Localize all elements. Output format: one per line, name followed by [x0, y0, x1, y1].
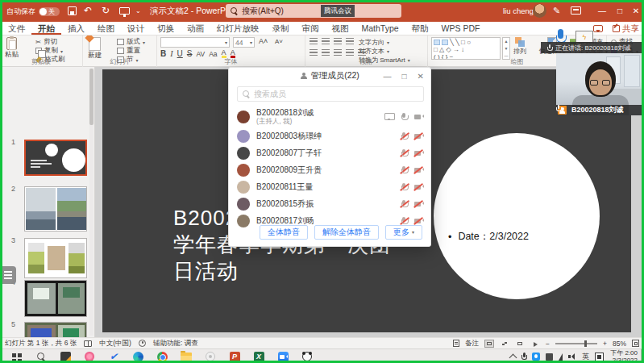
slideshow-view-button[interactable] — [530, 340, 540, 348]
tray-device-icon[interactable] — [546, 353, 553, 361]
zoom-knob[interactable] — [584, 340, 587, 347]
align-center-button[interactable] — [322, 49, 330, 56]
fit-slide-icon[interactable] — [632, 340, 639, 347]
unmute-all-button[interactable]: 解除全体静音 — [314, 225, 379, 240]
mic-icon[interactable] — [401, 113, 407, 121]
camera-icon[interactable] — [414, 184, 424, 190]
character-spacing-button[interactable]: AV — [196, 50, 205, 58]
shapes-gallery[interactable]: ╲ ╲ □ ○ □ △ ◇ → ↓ ( ) { } ~ — [431, 37, 501, 60]
accessibility-status[interactable]: 辅助功能: 调查 — [153, 339, 198, 348]
zoom-slider[interactable] — [555, 343, 597, 344]
numbering-button[interactable] — [322, 38, 330, 45]
member-row[interactable]: B20020815乔振 — [229, 195, 432, 212]
share-button[interactable]: 共享 — [613, 23, 639, 35]
zoom-out-button[interactable]: − — [546, 340, 550, 348]
tray-mic-icon[interactable] — [521, 353, 526, 361]
minimize-button[interactable]: — — [594, 0, 610, 22]
ribbon-tab[interactable]: WPS PDF — [435, 22, 487, 35]
network-icon[interactable] — [559, 353, 563, 361]
meeting-video-window[interactable]: B20020818刘诚 — [556, 53, 644, 115]
ribbon-tab[interactable]: 插入 — [61, 22, 91, 35]
camera-icon[interactable] — [414, 133, 424, 140]
recent-shape-cell[interactable] — [442, 40, 448, 45]
ribbon-tab[interactable]: 录制 — [266, 22, 296, 35]
cut-button[interactable]: ✂剪切 — [35, 38, 65, 46]
slide-date[interactable]: • Date：2/3/2022 — [448, 230, 529, 244]
shrink-font-button[interactable]: A˅ — [275, 38, 283, 45]
camera-icon[interactable] — [414, 218, 424, 224]
align-right-button[interactable] — [334, 49, 342, 56]
taskbar-app-icon[interactable] — [295, 349, 319, 363]
taskbar-app-icon[interactable] — [77, 349, 102, 363]
meeting-panel-handle[interactable] — [0, 266, 16, 284]
spellcheck-icon[interactable] — [84, 340, 92, 347]
ribbon-tab[interactable]: 绘图 — [91, 22, 121, 35]
slide-thumbnail-3[interactable] — [24, 238, 87, 278]
increase-indent-button[interactable] — [346, 38, 354, 45]
slide-thumbnail-4[interactable] — [24, 280, 87, 317]
ribbon-tab[interactable]: 设计 — [121, 22, 151, 35]
paste-button[interactable]: 粘贴 — [5, 37, 19, 60]
quick-access-more-icon[interactable]: ⌄ — [135, 0, 141, 22]
autosave-switch[interactable]: 关 — [39, 7, 60, 16]
member-row[interactable]: B20020818刘诚 (主持人, 我) — [229, 106, 432, 127]
taskbar-app-icon[interactable] — [53, 349, 77, 363]
change-case-button[interactable]: Aa — [209, 50, 217, 58]
font-name-select[interactable]: ▾ — [160, 37, 230, 48]
start-slideshow-icon[interactable] — [119, 7, 130, 15]
shapes-scroll[interactable]: ▲ ▼ — — [502, 37, 510, 60]
taskbar-clock[interactable]: 下午 2:00 2/3/2022 — [610, 349, 638, 363]
account-avatar[interactable] — [533, 4, 546, 18]
dialog-maximize-button[interactable]: □ — [402, 72, 407, 81]
ribbon-tab[interactable]: 切换 — [151, 22, 181, 35]
inking-icon[interactable]: ✎ — [553, 0, 560, 22]
scroll-up-icon[interactable]: ▲ — [505, 39, 509, 44]
scroll-down-icon[interactable]: ▼ — [505, 46, 509, 51]
taskbar-app-icon[interactable] — [150, 349, 174, 363]
align-left-button[interactable] — [310, 49, 318, 56]
taskbar-app-icon[interactable] — [5, 349, 29, 363]
ribbon-tab[interactable]: 动画 — [181, 22, 210, 35]
ribbon-options-icon[interactable] — [571, 6, 581, 15]
grow-font-button[interactable]: A˄ — [259, 37, 268, 45]
maximize-button[interactable]: □ — [612, 0, 628, 22]
mic-icon[interactable] — [401, 132, 407, 140]
volume-icon[interactable] — [568, 353, 576, 361]
ribbon-tab[interactable]: 审阅 — [296, 22, 326, 35]
text-direction-button[interactable]: 文字方向▾ — [359, 38, 410, 46]
taskbar-app-icon[interactable] — [198, 349, 222, 363]
tray-qq-icon[interactable] — [532, 353, 540, 361]
mic-icon[interactable] — [401, 166, 407, 174]
camera-icon[interactable] — [414, 167, 424, 173]
tray-expand-icon[interactable] — [509, 354, 517, 362]
normal-view-button[interactable] — [484, 340, 494, 348]
font-size-select[interactable]: 44▾ — [233, 37, 255, 48]
bullets-button[interactable] — [310, 38, 318, 45]
save-icon[interactable] — [68, 6, 77, 15]
camera-icon[interactable] — [414, 114, 424, 120]
ribbon-tab[interactable]: 开始 — [31, 22, 61, 35]
taskbar-app-icon[interactable] — [247, 349, 271, 363]
ribbon-tab[interactable]: 视图 — [326, 22, 355, 35]
recent-shape-cell[interactable] — [434, 40, 440, 45]
align-text-button[interactable]: 对齐文本▾ — [359, 47, 410, 55]
screenshare-icon[interactable] — [384, 113, 393, 120]
search-input[interactable]: 搜索(Alt+Q) — [226, 4, 401, 18]
slide-sorter-view-button[interactable] — [500, 340, 509, 348]
ime-language-indicator[interactable]: 英 — [582, 352, 589, 362]
dialog-header[interactable]: 管理成员(22) — □ ✕ — [229, 68, 430, 84]
taskbar-app-icon[interactable] — [102, 349, 126, 363]
ribbon-tab[interactable]: 文件 — [2, 22, 31, 35]
member-row[interactable]: B20020809王升贵 — [229, 161, 432, 178]
notes-toggle[interactable]: 备注 — [465, 339, 479, 348]
scrollbar-thumb[interactable] — [89, 69, 93, 125]
shape-glyphs[interactable]: ╲ ╲ □ ○ — [450, 39, 471, 46]
member-row[interactable]: B20020803杨璟绅 — [229, 127, 432, 144]
justify-button[interactable] — [346, 49, 354, 56]
layout-button[interactable]: 版式▾ — [117, 38, 145, 46]
member-row[interactable]: B20020811王量 — [229, 178, 432, 195]
ribbon-tab[interactable]: MathType — [355, 22, 405, 35]
comments-icon[interactable] — [593, 25, 603, 32]
ribbon-tab[interactable]: 帮助 — [405, 22, 435, 35]
member-row[interactable]: B20020807丁子轩 — [229, 144, 432, 161]
